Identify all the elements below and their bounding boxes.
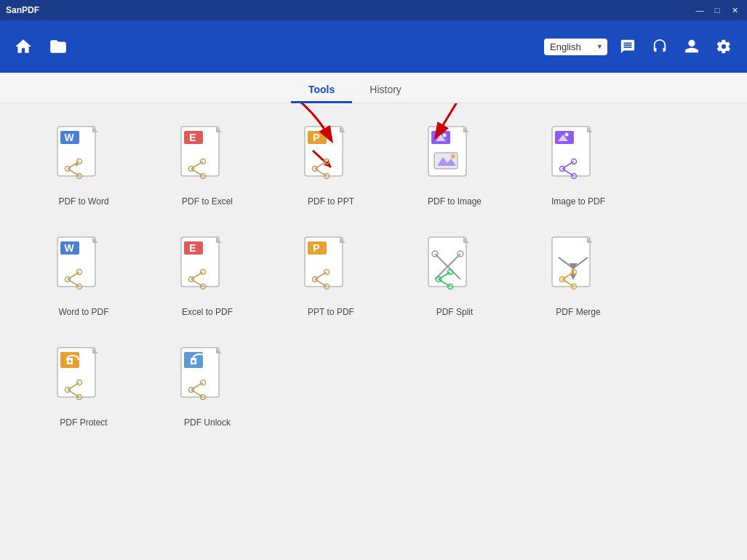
tool-pdf-to-word[interactable]: W ✦ PDF to Word bbox=[44, 125, 124, 207]
svg-rect-88 bbox=[552, 237, 590, 287]
pdf-to-word-label: PDF to Word bbox=[58, 196, 108, 207]
word-to-pdf-icon: W bbox=[55, 236, 113, 301]
tool-pdf-merge[interactable]: PDF Merge bbox=[538, 236, 618, 317]
pdf-to-word-icon: W ✦ bbox=[55, 125, 113, 191]
svg-point-114 bbox=[192, 360, 195, 363]
excel-to-pdf-icon: E bbox=[178, 236, 236, 301]
tool-pdf-unlock[interactable]: PDF Unlock bbox=[167, 346, 247, 428]
svg-text:P: P bbox=[313, 132, 319, 143]
pdf-to-image-svg bbox=[426, 125, 478, 187]
svg-point-104 bbox=[68, 360, 71, 363]
header-right: English Chinese Japanese bbox=[544, 35, 735, 58]
image-to-pdf-icon bbox=[549, 125, 607, 191]
pdf-to-image-label: PDF to Image bbox=[428, 196, 482, 207]
svg-text:W: W bbox=[64, 132, 74, 143]
chat-icon[interactable] bbox=[616, 35, 639, 58]
pdf-to-image-icon bbox=[426, 125, 484, 191]
pdf-to-ppt-label: PDF to PPT bbox=[308, 196, 354, 207]
header: English Chinese Japanese bbox=[0, 20, 747, 73]
pdf-to-excel-label: PDF to Excel bbox=[182, 196, 233, 207]
header-left bbox=[12, 35, 70, 58]
tool-pdf-protect[interactable]: PDF Protect bbox=[44, 346, 124, 428]
image-to-pdf-label: Image to PDF bbox=[551, 196, 605, 207]
language-selector[interactable]: English Chinese Japanese bbox=[544, 39, 607, 55]
tabs-bar: Tools History bbox=[0, 73, 747, 103]
folder-icon[interactable] bbox=[47, 35, 70, 58]
tool-pdf-to-image[interactable]: PDF to Image bbox=[415, 125, 495, 207]
pdf-split-label: PDF Split bbox=[436, 307, 474, 317]
pdf-protect-svg bbox=[55, 346, 107, 408]
tool-row-1: W ✦ PDF to Word bbox=[44, 125, 703, 207]
tool-row-2: W Word to PDF E bbox=[44, 236, 703, 317]
pdf-to-word-svg: W ✦ bbox=[55, 125, 107, 187]
image-to-pdf-svg bbox=[549, 125, 602, 187]
svg-point-39 bbox=[451, 154, 455, 159]
tool-word-to-pdf[interactable]: W Word to PDF bbox=[44, 236, 124, 317]
pdf-to-excel-icon: E bbox=[178, 125, 236, 191]
pdf-unlock-icon bbox=[178, 346, 236, 412]
pdf-protect-icon bbox=[55, 346, 113, 412]
minimize-button[interactable]: — bbox=[693, 4, 706, 17]
word-to-pdf-label: Word to PDF bbox=[58, 307, 108, 317]
window-controls: — □ ✕ bbox=[693, 4, 741, 17]
pdf-to-ppt-icon: P bbox=[302, 125, 360, 191]
pdf-split-svg bbox=[426, 236, 478, 297]
user-icon[interactable] bbox=[680, 35, 703, 58]
app-title: SanPDF bbox=[6, 5, 39, 15]
tool-ppt-to-pdf[interactable]: P PPT to PDF bbox=[291, 236, 371, 317]
pdf-protect-label: PDF Protect bbox=[60, 417, 107, 428]
excel-to-pdf-svg: E bbox=[178, 236, 231, 297]
svg-point-44 bbox=[565, 133, 569, 137]
word-to-pdf-svg: W bbox=[55, 236, 107, 297]
language-dropdown[interactable]: English Chinese Japanese bbox=[544, 39, 607, 55]
pdf-merge-svg bbox=[549, 236, 602, 297]
tab-history[interactable]: History bbox=[352, 78, 419, 103]
main-content: W ✦ PDF to Word bbox=[0, 103, 747, 560]
headset-icon[interactable] bbox=[648, 35, 671, 58]
titlebar: SanPDF — □ ✕ bbox=[0, 0, 747, 20]
svg-text:E: E bbox=[189, 132, 196, 143]
tab-tools[interactable]: Tools bbox=[291, 78, 352, 103]
pdf-split-icon bbox=[426, 236, 484, 301]
svg-text:W: W bbox=[64, 242, 74, 254]
ppt-to-pdf-svg: P bbox=[302, 236, 354, 297]
svg-text:P: P bbox=[313, 242, 319, 254]
tool-pdf-to-excel[interactable]: E PDF to Excel bbox=[167, 125, 247, 207]
close-button[interactable]: ✕ bbox=[728, 4, 741, 17]
pdf-unlock-svg bbox=[178, 346, 231, 408]
svg-text:E: E bbox=[189, 242, 196, 254]
pdf-merge-icon bbox=[549, 236, 607, 301]
pdf-merge-label: PDF Merge bbox=[556, 307, 600, 317]
tool-row-3: PDF Protect bbox=[44, 346, 703, 428]
tool-excel-to-pdf[interactable]: E Excel to PDF bbox=[167, 236, 247, 317]
tool-pdf-split[interactable]: PDF Split bbox=[415, 236, 495, 317]
tool-pdf-to-ppt[interactable]: P PDF to PPT bbox=[291, 125, 371, 207]
settings-icon[interactable] bbox=[712, 35, 735, 58]
pdf-to-excel-svg: E bbox=[178, 125, 231, 187]
ppt-to-pdf-icon: P bbox=[302, 236, 360, 301]
pdf-unlock-label: PDF Unlock bbox=[184, 417, 231, 428]
home-icon[interactable] bbox=[12, 35, 35, 58]
tool-image-to-pdf[interactable]: Image to PDF bbox=[538, 125, 618, 207]
maximize-button[interactable]: □ bbox=[711, 4, 724, 17]
svg-point-36 bbox=[443, 134, 447, 137]
pdf-to-ppt-svg: P bbox=[302, 125, 354, 187]
excel-to-pdf-label: Excel to PDF bbox=[182, 307, 233, 317]
ppt-to-pdf-label: PPT to PDF bbox=[308, 307, 354, 317]
